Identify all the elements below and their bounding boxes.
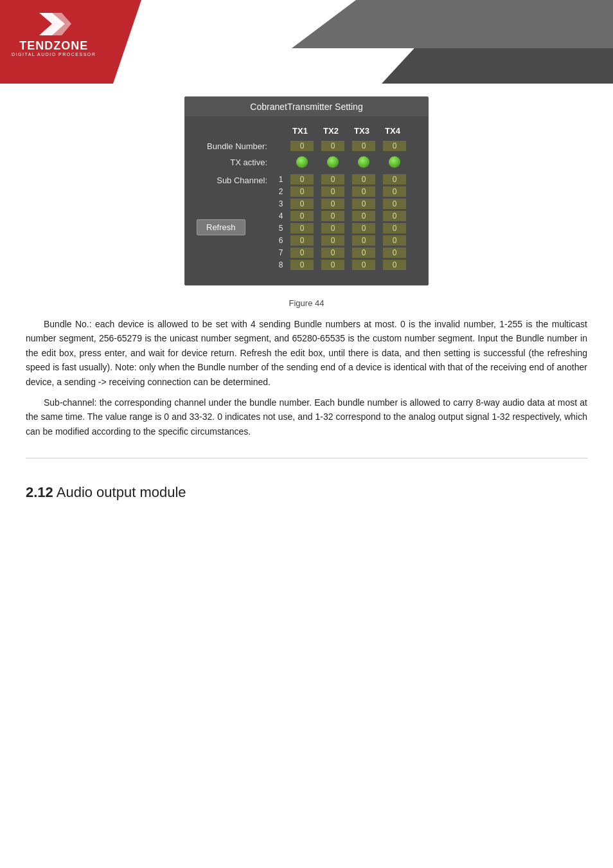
sub-r4-tx1[interactable]	[290, 211, 314, 221]
sub-row-num-2: 2	[275, 187, 287, 196]
tx-active-row: TX active:	[191, 156, 422, 168]
refresh-btn-area: Refresh	[191, 174, 245, 235]
main-content: CobranetTransmitter Setting TX1 TX2 TX3 …	[0, 84, 613, 527]
sub-r3-tx1[interactable]	[290, 199, 314, 209]
bundle-tx1-input[interactable]	[290, 141, 314, 151]
logo-area: TENDZONE DIGITAL AUDIO PROCESSOR	[12, 10, 96, 57]
sub-row-1: 1	[275, 174, 422, 185]
sub-row-num-5: 5	[275, 224, 287, 233]
col-header-tx4: TX4	[377, 126, 408, 136]
sub-r4-tx2[interactable]	[321, 211, 344, 221]
sub-r7-tx2[interactable]	[321, 248, 344, 258]
sub-r2-tx4[interactable]	[383, 186, 406, 197]
tx3-active-dot	[358, 156, 369, 168]
sub-r7-tx4[interactable]	[383, 248, 406, 258]
sub-row-num-8: 8	[275, 260, 287, 269]
sub-row-num-7: 7	[275, 248, 287, 257]
sub-r6-tx4[interactable]	[383, 235, 406, 246]
section-title: Audio output module	[57, 484, 186, 500]
section-divider	[26, 458, 587, 458]
sub-r5-tx2[interactable]	[321, 223, 344, 233]
sub-r6-tx3[interactable]	[352, 235, 375, 246]
dialog-body: TX1 TX2 TX3 TX4 Bundle Number: TX active…	[185, 116, 428, 285]
bundle-number-label: Bundle Number:	[191, 141, 275, 151]
sub-r7-tx3[interactable]	[352, 248, 375, 258]
col-header-tx2: TX2	[315, 126, 346, 136]
col-headers-row: TX1 TX2 TX3 TX4	[191, 126, 422, 136]
col-header-tx3: TX3	[346, 126, 377, 136]
paragraph-2: Sub-channel: the corresponding channel u…	[26, 395, 587, 439]
sub-r6-tx2[interactable]	[321, 235, 344, 246]
sub-row-num-6: 6	[275, 236, 287, 245]
tx1-active-dot	[296, 156, 308, 168]
sub-r3-tx2[interactable]	[321, 199, 344, 209]
sub-r6-tx1[interactable]	[290, 235, 314, 246]
sub-r1-tx2[interactable]	[321, 174, 344, 185]
tx4-active-dot	[389, 156, 400, 168]
sub-channel-rows: 1 2	[275, 174, 422, 272]
sub-r1-tx3[interactable]	[352, 174, 375, 185]
sub-r3-tx4[interactable]	[383, 199, 406, 209]
dialog-panel: CobranetTransmitter Setting TX1 TX2 TX3 …	[184, 96, 429, 285]
sub-r8-tx1[interactable]	[290, 260, 314, 270]
sub-row-8: 8	[275, 260, 422, 270]
sub-r4-tx3[interactable]	[352, 211, 375, 221]
bundle-number-row: Bundle Number:	[191, 141, 422, 151]
sub-r7-tx1[interactable]	[290, 248, 314, 258]
header-gray-bg	[292, 0, 613, 48]
section-number: 2.12	[26, 484, 53, 500]
col-header-tx1: TX1	[285, 126, 315, 136]
bundle-tx2-input[interactable]	[321, 141, 344, 151]
paragraph-1: Bundle No.: each device is allowed to be…	[26, 317, 587, 389]
sub-r5-tx1[interactable]	[290, 223, 314, 233]
sub-r5-tx3[interactable]	[352, 223, 375, 233]
sub-row-5: 5	[275, 223, 422, 233]
sub-r2-tx2[interactable]	[321, 186, 344, 197]
sub-r2-tx1[interactable]	[290, 186, 314, 197]
logo-icon	[36, 10, 71, 39]
sub-row-num-4: 4	[275, 212, 287, 221]
sub-r3-tx3[interactable]	[352, 199, 375, 209]
bundle-tx4-input[interactable]	[383, 141, 406, 151]
sub-row-3: 3	[275, 199, 422, 209]
logo-subtext: DIGITAL AUDIO PROCESSOR	[12, 52, 96, 57]
sub-row-6: 6	[275, 235, 422, 246]
sub-row-2: 2	[275, 186, 422, 197]
sub-row-num-1: 1	[275, 175, 287, 184]
sub-row-num-3: 3	[275, 199, 287, 208]
sub-row-4: 4	[275, 211, 422, 221]
header: TENDZONE DIGITAL AUDIO PROCESSOR	[0, 0, 613, 84]
sub-channel-outer: Sub Channel: 1	[191, 174, 422, 272]
logo-text: TENDZONE	[19, 40, 88, 51]
figure-caption: Figure 44	[26, 298, 587, 308]
sub-row-7: 7	[275, 248, 422, 258]
sub-r8-tx2[interactable]	[321, 260, 344, 270]
sub-r2-tx3[interactable]	[352, 186, 375, 197]
sub-r8-tx3[interactable]	[352, 260, 375, 270]
refresh-button[interactable]: Refresh	[197, 219, 245, 235]
tx2-active-dot	[327, 156, 339, 168]
sub-r4-tx4[interactable]	[383, 211, 406, 221]
sub-r1-tx1[interactable]	[290, 174, 314, 185]
dialog-title: CobranetTransmitter Setting	[185, 97, 428, 116]
section-heading: 2.12 Audio output module	[26, 484, 587, 501]
sub-r5-tx4[interactable]	[383, 223, 406, 233]
bundle-tx3-input[interactable]	[352, 141, 375, 151]
sub-r8-tx4[interactable]	[383, 260, 406, 270]
sub-r1-tx4[interactable]	[383, 174, 406, 185]
tx-active-label: TX active:	[191, 158, 275, 167]
